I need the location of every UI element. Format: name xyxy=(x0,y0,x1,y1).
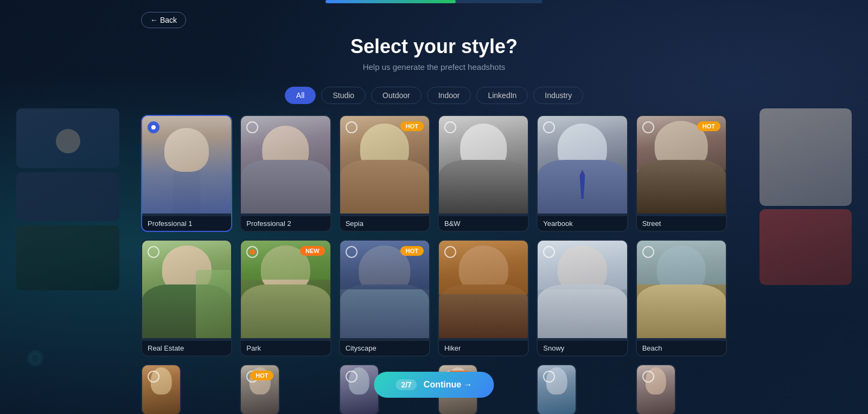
card-label-hiker: Hiker xyxy=(439,341,528,355)
radio-street xyxy=(642,121,654,133)
radio-snowy xyxy=(543,246,555,258)
card-label-snowy: Snowy xyxy=(538,341,627,355)
badge-cityscape-hot: HOT xyxy=(400,246,424,256)
side-card-left-1 xyxy=(16,108,119,168)
continue-label: Continue → xyxy=(424,380,473,390)
card-label-professional2: Professional 2 xyxy=(241,216,330,231)
radio-bottom6 xyxy=(642,371,654,383)
styles-grid: Professional 1 Professional 2 HOT Sepia xyxy=(130,115,738,414)
card-label-park: Park xyxy=(241,341,330,355)
continue-button[interactable]: 2/7 Continue → xyxy=(374,372,494,398)
style-card-professional1[interactable]: Professional 1 xyxy=(141,115,232,232)
radio-bw xyxy=(444,121,456,133)
side-card-right-2 xyxy=(760,209,852,285)
card-label-bw: B&W xyxy=(439,216,528,231)
badge-street-hot: HOT xyxy=(697,121,720,131)
badge-sepia-hot: HOT xyxy=(400,121,424,131)
style-card-snowy[interactable]: Snowy xyxy=(537,240,628,357)
filter-tab-studio[interactable]: Studio xyxy=(321,87,366,104)
card-label-beach: Beach xyxy=(637,341,726,355)
side-cards-left xyxy=(16,108,119,290)
style-card-bottom6[interactable] xyxy=(636,364,676,414)
progress-bar-container xyxy=(326,0,542,3)
style-card-sepia[interactable]: HOT Sepia xyxy=(339,115,430,232)
style-card-bottom1[interactable] xyxy=(141,364,181,414)
style-card-realestate[interactable]: Real Estate xyxy=(141,240,232,357)
side-cards-right xyxy=(760,108,852,285)
radio-cityscape xyxy=(346,246,358,258)
style-card-bottom5[interactable] xyxy=(537,364,577,414)
radio-beach xyxy=(642,246,654,258)
radio-bottom5 xyxy=(543,371,555,383)
filter-tab-all[interactable]: All xyxy=(285,87,316,104)
side-card-left-2 xyxy=(16,172,119,221)
card-label-yearbook: Yearbook xyxy=(538,216,627,231)
card-label-street: Street xyxy=(637,216,726,231)
filter-tab-industry[interactable]: Industry xyxy=(533,87,583,104)
page-subtitle: Help us generate the prefect headshots xyxy=(0,62,868,72)
style-card-beach[interactable]: Beach xyxy=(636,240,727,357)
deco-circle xyxy=(27,350,43,366)
continue-count: 2/7 xyxy=(395,379,417,390)
style-card-hiker[interactable]: Hiker xyxy=(438,240,529,357)
page-title: Select your style? xyxy=(0,35,868,58)
card-label-sepia: Sepia xyxy=(340,216,429,231)
radio-hiker xyxy=(444,246,456,258)
progress-bar-fill xyxy=(326,0,456,3)
side-card-left-3 xyxy=(16,225,119,290)
card-label-realestate: Real Estate xyxy=(142,341,231,355)
badge-bottom2-hot: HOT xyxy=(250,371,273,380)
filter-tab-outdoor[interactable]: Outdoor xyxy=(371,87,422,104)
style-card-yearbook[interactable]: Yearbook xyxy=(537,115,628,232)
style-card-bw[interactable]: B&W xyxy=(438,115,529,232)
radio-sepia xyxy=(346,121,358,133)
radio-realestate xyxy=(148,246,159,258)
style-card-bottom3[interactable] xyxy=(339,364,379,414)
style-card-professional2[interactable]: Professional 2 xyxy=(240,115,331,232)
badge-park-new: NEW xyxy=(300,246,325,256)
radio-park xyxy=(246,246,258,258)
side-card-right-1 xyxy=(760,108,852,206)
filter-tab-linkedin[interactable]: LinkedIn xyxy=(476,87,528,104)
filter-tab-indoor[interactable]: Indoor xyxy=(427,87,471,104)
back-button[interactable]: ← Back xyxy=(141,12,186,28)
radio-bottom1 xyxy=(148,371,159,383)
radio-bottom3 xyxy=(346,371,358,383)
card-label-professional1: Professional 1 xyxy=(142,216,231,231)
style-card-street[interactable]: HOT Street xyxy=(636,115,727,232)
style-card-bottom2[interactable]: HOT xyxy=(240,364,280,414)
radio-professional1 xyxy=(148,121,159,133)
style-card-cityscape[interactable]: HOT Cityscape xyxy=(339,240,430,357)
page-header: Select your style? Help us generate the … xyxy=(0,8,868,72)
back-button-label: ← Back xyxy=(150,16,177,24)
card-label-cityscape: Cityscape xyxy=(340,341,429,355)
filter-tabs: All Studio Outdoor Indoor LinkedIn Indus… xyxy=(0,87,868,104)
style-card-park[interactable]: NEW Park xyxy=(240,240,331,357)
